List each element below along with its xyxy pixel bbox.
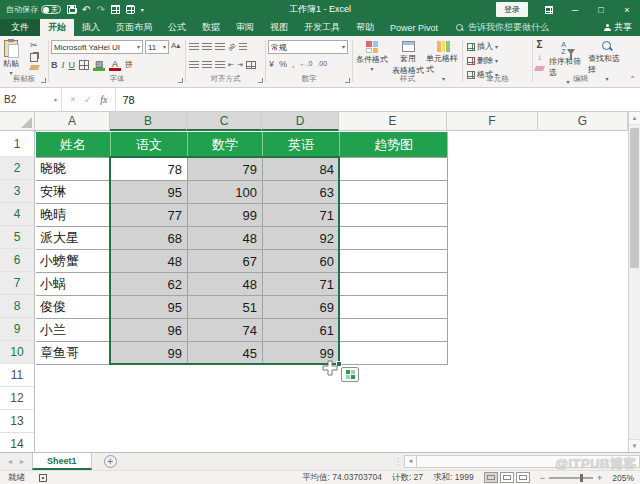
tab-file[interactable]: 文件 <box>0 19 40 36</box>
row-header-10[interactable]: 10 <box>0 341 34 364</box>
collapse-ribbon-icon[interactable]: ⌃ <box>629 75 636 84</box>
zoom-slider[interactable]: − + <box>540 473 603 483</box>
fill-icon[interactable]: ↓ <box>538 53 542 63</box>
cell-D6[interactable]: 60 <box>263 250 340 273</box>
number-dialog-launcher-icon[interactable] <box>345 78 350 83</box>
row-header-13[interactable]: 13 <box>0 410 34 433</box>
cell-D4[interactable]: 71 <box>263 204 340 227</box>
align-left-icon[interactable] <box>189 61 199 69</box>
cell-C2[interactable]: 79 <box>188 158 263 181</box>
delete-cells-button[interactable]: 删除 ▾ <box>467 55 498 66</box>
cell-D2[interactable]: 84 <box>263 158 340 181</box>
cell-A2[interactable]: 晓晓 <box>36 158 111 181</box>
font-color-icon[interactable]: A <box>109 59 121 71</box>
column-header-A[interactable]: A <box>35 112 110 130</box>
row-header-11[interactable]: 11 <box>0 364 34 387</box>
row-header-5[interactable]: 5 <box>0 226 34 249</box>
cell-B8[interactable]: 95 <box>111 296 188 319</box>
align-bottom-icon[interactable] <box>215 43 225 51</box>
tab-帮助[interactable]: 帮助 <box>348 19 382 36</box>
font-size-select[interactable]: 11▾ <box>145 40 169 54</box>
fill-handle[interactable] <box>336 361 342 367</box>
column-header-F[interactable]: F <box>447 112 538 130</box>
phonetic-icon[interactable]: 拼 <box>125 60 133 70</box>
scroll-down-icon[interactable]: ▾ <box>629 439 640 452</box>
vertical-scroll-thumb[interactable] <box>630 128 639 268</box>
orientation-icon[interactable]: ab <box>226 41 239 54</box>
row-header-6[interactable]: 6 <box>0 249 34 272</box>
column-header-E[interactable]: E <box>339 112 447 130</box>
font-dialog-launcher-icon[interactable] <box>178 78 183 83</box>
wrap-text-icon[interactable] <box>239 43 247 51</box>
cell-E2[interactable] <box>340 158 448 181</box>
macro-record-icon[interactable] <box>39 474 47 482</box>
signin-button[interactable]: 登录 <box>496 2 528 17</box>
align-right-icon[interactable] <box>215 61 225 69</box>
undo-icon[interactable]: ↶ <box>82 5 90 15</box>
cell-header-英语[interactable]: 英语 <box>263 132 340 158</box>
row-header-12[interactable]: 12 <box>0 387 34 410</box>
cell-A5[interactable]: 派大星 <box>36 227 111 250</box>
vertical-scrollbar[interactable]: ▴ ▾ <box>628 112 640 452</box>
row-header-3[interactable]: 3 <box>0 180 34 203</box>
cell-E7[interactable] <box>340 273 448 296</box>
cell-B6[interactable]: 48 <box>111 250 188 273</box>
cell-A9[interactable]: 小兰 <box>36 319 111 342</box>
zoom-knob[interactable] <box>580 474 583 482</box>
cell-D3[interactable]: 63 <box>263 181 340 204</box>
tab-插入[interactable]: 插入 <box>74 19 108 36</box>
clear-icon[interactable] <box>534 66 545 71</box>
cell-E4[interactable] <box>340 204 448 227</box>
autosum-icon[interactable]: Σ <box>536 40 542 50</box>
font-name-select[interactable]: Microsoft YaHei UI▾ <box>51 40 143 54</box>
underline-icon[interactable]: U <box>69 60 76 70</box>
paste-button[interactable]: 粘贴 ▾ <box>3 40 19 76</box>
format-as-table-button[interactable]: 套用 表格格式 <box>391 41 425 76</box>
row-header-9[interactable]: 9 <box>0 318 34 341</box>
row-header-2[interactable]: 2 <box>0 157 34 180</box>
cell-C7[interactable]: 48 <box>188 273 263 296</box>
quick-analysis-button[interactable] <box>341 367 359 382</box>
cell-C5[interactable]: 48 <box>188 227 263 250</box>
cell-B5[interactable]: 68 <box>111 227 188 250</box>
autosave-switch-icon[interactable]: 关 <box>41 5 61 14</box>
close-button[interactable]: × <box>614 0 640 19</box>
column-header-D[interactable]: D <box>262 112 339 131</box>
normal-view-icon[interactable] <box>484 472 498 483</box>
tab-视图[interactable]: 视图 <box>262 19 296 36</box>
borders-icon[interactable] <box>79 60 89 70</box>
scroll-up-icon[interactable]: ▴ <box>629 112 640 125</box>
tab-页面布局[interactable]: 页面布局 <box>108 19 160 36</box>
comma-style-icon[interactable]: , <box>292 59 295 69</box>
tell-me-search[interactable]: 告诉我你想要做什么 <box>456 19 549 36</box>
cell-C8[interactable]: 51 <box>188 296 263 319</box>
select-all-corner[interactable] <box>0 112 35 130</box>
cell-E9[interactable] <box>340 319 448 342</box>
row-header-4[interactable]: 4 <box>0 203 34 226</box>
tab-数据[interactable]: 数据 <box>194 19 228 36</box>
column-header-C[interactable]: C <box>187 112 262 131</box>
tab-审阅[interactable]: 审阅 <box>228 19 262 36</box>
share-button[interactable]: 共享 <box>604 19 640 36</box>
cell-E5[interactable] <box>340 227 448 250</box>
formula-input[interactable]: 78 <box>116 88 640 111</box>
minimize-button[interactable]: ─ <box>562 0 588 19</box>
cell-E10[interactable] <box>340 342 448 365</box>
cell-A8[interactable]: 俊俊 <box>36 296 111 319</box>
cell-A3[interactable]: 安琳 <box>36 181 111 204</box>
page-break-view-icon[interactable] <box>516 472 530 483</box>
page-layout-view-icon[interactable] <box>500 472 514 483</box>
customize-qat-icon[interactable]: ▾ <box>141 7 144 13</box>
cell-A10[interactable]: 章鱼哥 <box>36 342 111 365</box>
zoom-in-icon[interactable]: + <box>597 473 602 483</box>
printer-icon[interactable] <box>126 5 135 14</box>
cell-B7[interactable]: 62 <box>111 273 188 296</box>
accounting-format-icon[interactable]: ¥ <box>269 59 274 69</box>
cell-D9[interactable]: 61 <box>263 319 340 342</box>
row-header-8[interactable]: 8 <box>0 295 34 318</box>
cell-C3[interactable]: 100 <box>188 181 263 204</box>
cell-D10[interactable]: 99 <box>263 342 340 365</box>
decrease-decimal-icon[interactable]: .00 <box>317 59 327 69</box>
table-icon[interactable] <box>111 5 120 14</box>
row-header-14[interactable]: 14 <box>0 433 34 452</box>
